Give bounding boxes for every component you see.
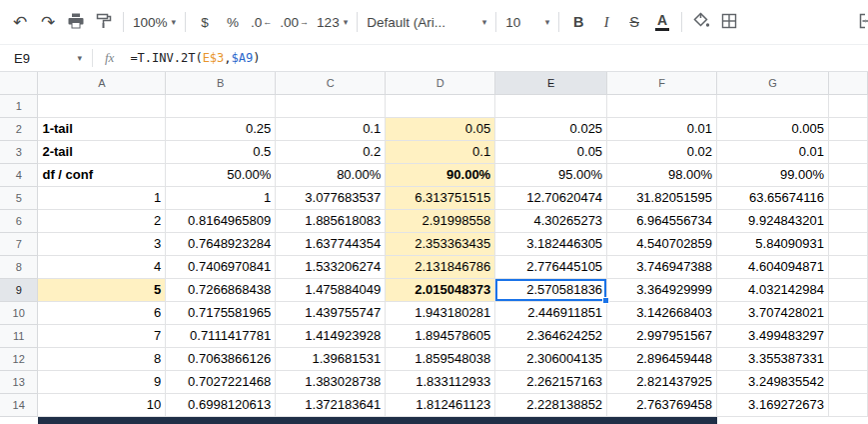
cell-C14[interactable]: 1.372183641 bbox=[276, 393, 386, 416]
cell-G5[interactable]: 63.65674116 bbox=[717, 186, 829, 209]
cell-C5[interactable]: 3.077683537 bbox=[276, 186, 386, 209]
cell-D8[interactable]: 2.131846786 bbox=[386, 255, 495, 278]
column-header-E[interactable]: E bbox=[495, 72, 607, 94]
cell-F2[interactable]: 0.01 bbox=[607, 117, 717, 140]
cell-F10[interactable]: 3.142668403 bbox=[607, 301, 717, 324]
cell-G14[interactable]: 3.169272673 bbox=[717, 393, 829, 416]
cell-G7[interactable]: 5.84090931 bbox=[717, 232, 829, 255]
cell-C2[interactable]: 0.1 bbox=[276, 117, 386, 140]
cell-A13[interactable]: 9 bbox=[38, 370, 166, 393]
column-header-D[interactable]: D bbox=[386, 72, 495, 94]
cell-A4[interactable]: df / conf bbox=[38, 163, 166, 186]
cell-A6[interactable]: 2 bbox=[38, 209, 166, 232]
text-color-button[interactable]: A bbox=[648, 8, 676, 36]
more-formats-button[interactable]: 123 ▾ bbox=[313, 8, 352, 36]
cell-F6[interactable]: 6.964556734 bbox=[607, 209, 717, 232]
cell-G3[interactable]: 0.01 bbox=[717, 140, 829, 163]
cell-G10[interactable]: 3.707428021 bbox=[717, 301, 829, 324]
merge-cells-button[interactable] bbox=[853, 8, 868, 36]
increase-decimal-button[interactable]: .00 → bbox=[276, 8, 313, 36]
cell-D10[interactable]: 1.943180281 bbox=[386, 301, 495, 324]
cell-E13[interactable]: 2.262157163 bbox=[495, 370, 607, 393]
cell-E8[interactable]: 2.776445105 bbox=[495, 255, 607, 278]
cell-C9[interactable]: 1.475884049 bbox=[276, 278, 386, 301]
column-header-B[interactable]: B bbox=[166, 72, 276, 94]
row-header-8[interactable]: 8 bbox=[0, 255, 38, 278]
cell-C8[interactable]: 1.533206274 bbox=[276, 255, 386, 278]
cell-B3[interactable]: 0.5 bbox=[166, 140, 276, 163]
cell-F3[interactable]: 0.02 bbox=[607, 140, 717, 163]
cell-F8[interactable]: 3.746947388 bbox=[607, 255, 717, 278]
decrease-decimal-button[interactable]: .0 ← bbox=[247, 8, 276, 36]
cell-B11[interactable]: 0.7111417781 bbox=[166, 324, 276, 347]
cell-F7[interactable]: 4.540702859 bbox=[607, 232, 717, 255]
cell-partial[interactable] bbox=[829, 209, 868, 232]
cell-B9[interactable]: 0.7266868438 bbox=[166, 278, 276, 301]
row-header-4[interactable]: 4 bbox=[0, 163, 38, 186]
print-button[interactable] bbox=[62, 8, 90, 36]
cell-G13[interactable]: 3.249835542 bbox=[717, 370, 829, 393]
column-header-A[interactable]: A bbox=[38, 72, 166, 94]
cell-D9[interactable]: 2.015048373 bbox=[386, 278, 495, 301]
cell-F9[interactable]: 3.364929999 bbox=[607, 278, 717, 301]
cell-D14[interactable]: 1.812461123 bbox=[386, 393, 495, 416]
cell-partial[interactable] bbox=[829, 324, 868, 347]
column-header-partial[interactable] bbox=[829, 72, 868, 94]
cell-E4[interactable]: 95.00% bbox=[495, 163, 607, 186]
cell-C3[interactable]: 0.2 bbox=[276, 140, 386, 163]
cell-G6[interactable]: 9.924843201 bbox=[717, 209, 829, 232]
cell-B2[interactable]: 0.25 bbox=[166, 117, 276, 140]
cell-G2[interactable]: 0.005 bbox=[717, 117, 829, 140]
row-header-10[interactable]: 10 bbox=[0, 301, 38, 324]
column-header-C[interactable]: C bbox=[276, 72, 386, 94]
column-header-F[interactable]: F bbox=[607, 72, 717, 94]
cell-partial[interactable] bbox=[829, 117, 868, 140]
cell-F4[interactable]: 98.00% bbox=[607, 163, 717, 186]
cell-B7[interactable]: 0.7648923284 bbox=[166, 232, 276, 255]
cell-G11[interactable]: 3.499483297 bbox=[717, 324, 829, 347]
cell-partial[interactable] bbox=[829, 163, 868, 186]
cell-C6[interactable]: 1.885618083 bbox=[276, 209, 386, 232]
italic-button[interactable]: I bbox=[592, 8, 620, 36]
formula-text[interactable]: =T.INV.2T(E$3,$A9) bbox=[130, 51, 868, 65]
cell-A2[interactable]: 1-tail bbox=[38, 117, 166, 140]
row-header-12[interactable]: 12 bbox=[0, 347, 38, 370]
paint-format-button[interactable] bbox=[90, 8, 118, 36]
cell-partial[interactable] bbox=[829, 278, 868, 301]
cell-D13[interactable]: 1.833112933 bbox=[386, 370, 495, 393]
cell-E5[interactable]: 12.70620474 bbox=[495, 186, 607, 209]
cell-E12[interactable]: 2.306004135 bbox=[495, 347, 607, 370]
font-selector[interactable]: Default (Ari... ▾ bbox=[363, 8, 490, 36]
cell-A14[interactable]: 10 bbox=[38, 393, 166, 416]
cell-D1[interactable] bbox=[386, 94, 495, 117]
cell-partial[interactable] bbox=[829, 393, 868, 416]
cell-partial[interactable] bbox=[829, 370, 868, 393]
cell-D6[interactable]: 2.91998558 bbox=[386, 209, 495, 232]
cell-E6[interactable]: 4.30265273 bbox=[495, 209, 607, 232]
cell-E9[interactable]: 2.570581836 bbox=[495, 278, 607, 301]
percent-format-button[interactable]: % bbox=[219, 8, 247, 36]
cell-F12[interactable]: 2.896459448 bbox=[607, 347, 717, 370]
cell-E10[interactable]: 2.446911851 bbox=[495, 301, 607, 324]
zoom-selector[interactable]: 100% ▾ bbox=[129, 8, 180, 36]
currency-format-button[interactable]: $ bbox=[191, 8, 219, 36]
cell-E2[interactable]: 0.025 bbox=[495, 117, 607, 140]
font-size-selector[interactable]: 10 ▾ bbox=[501, 8, 553, 36]
cell-C1[interactable] bbox=[276, 94, 386, 117]
strikethrough-button[interactable]: S bbox=[620, 8, 648, 36]
cell-F14[interactable]: 2.763769458 bbox=[607, 393, 717, 416]
row-header-7[interactable]: 7 bbox=[0, 232, 38, 255]
cell-C4[interactable]: 80.00% bbox=[276, 163, 386, 186]
cell-F1[interactable] bbox=[607, 94, 717, 117]
cell-B6[interactable]: 0.8164965809 bbox=[166, 209, 276, 232]
cell-D5[interactable]: 6.313751515 bbox=[386, 186, 495, 209]
cell-D11[interactable]: 1.894578605 bbox=[386, 324, 495, 347]
cell-A7[interactable]: 3 bbox=[38, 232, 166, 255]
cell-G9[interactable]: 4.032142984 bbox=[717, 278, 829, 301]
cell-D3[interactable]: 0.1 bbox=[386, 140, 495, 163]
name-box[interactable]: E9 ▾ bbox=[0, 51, 92, 66]
cell-B10[interactable]: 0.7175581965 bbox=[166, 301, 276, 324]
cell-partial[interactable] bbox=[829, 347, 868, 370]
cell-D12[interactable]: 1.859548038 bbox=[386, 347, 495, 370]
row-header-6[interactable]: 6 bbox=[0, 209, 38, 232]
